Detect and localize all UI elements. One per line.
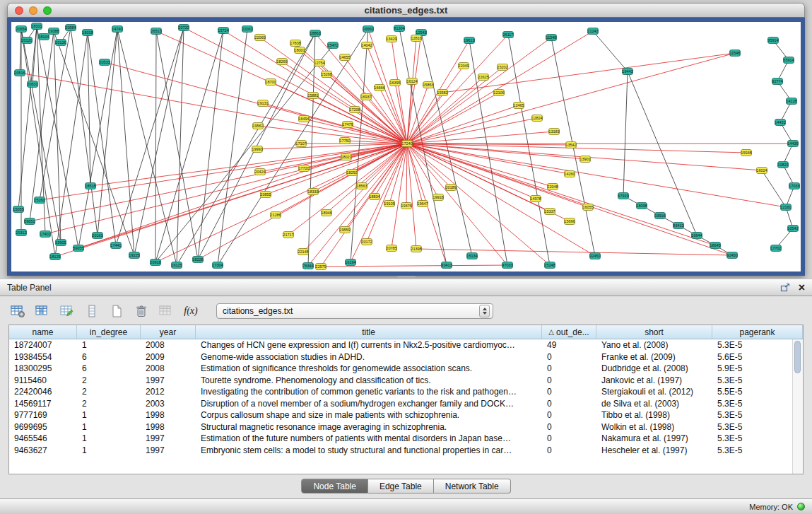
network-node[interactable]: 17402: [40, 231, 50, 238]
network-node[interactable]: 25260: [34, 197, 45, 204]
network-edge[interactable]: [90, 144, 407, 186]
network-node[interactable]: 23202: [497, 64, 507, 71]
network-node[interactable]: 20120: [21, 37, 32, 44]
table-row[interactable]: 1830029562008Estimation of significance …: [9, 363, 803, 375]
edit-table-button[interactable]: [58, 303, 76, 320]
network-edge[interactable]: [116, 28, 184, 245]
network-edge[interactable]: [155, 30, 223, 262]
network-node[interactable]: 16124: [406, 78, 417, 85]
new-table-button[interactable]: [107, 303, 126, 320]
network-node[interactable]: 18292: [346, 170, 357, 176]
network-edge[interactable]: [407, 35, 508, 144]
network-node[interactable]: 20631: [27, 81, 37, 88]
column-header-in_degree[interactable]: in_degree: [77, 325, 141, 339]
network-node[interactable]: 18563: [356, 183, 367, 189]
network-node[interactable]: 12824: [531, 115, 542, 122]
network-node[interactable]: 59051: [24, 218, 35, 225]
network-edge[interactable]: [282, 62, 407, 144]
network-node[interactable]: 18946: [321, 210, 331, 216]
network-node[interactable]: 19993: [252, 146, 262, 153]
network-node[interactable]: 16660: [363, 26, 373, 33]
network-node[interactable]: 22148: [298, 249, 308, 255]
network-edge[interactable]: [348, 124, 407, 144]
network-edge[interactable]: [508, 35, 550, 265]
network-node[interactable]: 12465: [513, 103, 524, 109]
network-node[interactable]: 14431: [775, 119, 785, 126]
network-edge[interactable]: [407, 37, 551, 144]
network-node[interactable]: 22062: [242, 26, 252, 33]
tab-node-table[interactable]: Node Table: [301, 479, 368, 493]
table-row[interactable]: 2242004622012Investigating the contribut…: [9, 386, 803, 398]
network-node[interactable]: 20126: [55, 40, 66, 46]
network-node[interactable]: 18645: [710, 243, 720, 249]
network-node[interactable]: 81304: [394, 25, 404, 32]
import-table-button[interactable]: [157, 303, 175, 320]
table-source-dropdown[interactable]: citations_edges.txt: [216, 303, 493, 319]
network-edge[interactable]: [442, 53, 735, 93]
network-node[interactable]: 15938: [741, 150, 751, 156]
network-node[interactable]: 22065: [254, 35, 265, 41]
network-node[interactable]: 17720: [298, 165, 309, 172]
network-node[interactable]: 16125: [171, 262, 182, 269]
table-row[interactable]: 911546021997Tourette syndrome. Phenomeno…: [9, 375, 803, 387]
network-node[interactable]: 76344: [302, 263, 313, 269]
network-node[interactable]: 20312: [16, 230, 26, 236]
network-node[interactable]: 12160: [780, 204, 791, 211]
network-node[interactable]: 17240: [401, 141, 412, 147]
network-node[interactable]: 15472: [327, 42, 338, 49]
network-edge[interactable]: [258, 126, 407, 144]
network-node[interactable]: 17304: [212, 262, 223, 269]
network-node[interactable]: 11548: [546, 35, 557, 41]
network-edge[interactable]: [177, 28, 184, 265]
network-edge[interactable]: [303, 144, 407, 252]
network-edge[interactable]: [407, 105, 519, 144]
network-node[interactable]: 93916: [654, 213, 665, 219]
network-edge[interactable]: [156, 31, 198, 259]
network-edge[interactable]: [407, 118, 537, 144]
network-node[interactable]: 17702: [770, 245, 781, 252]
network-node[interactable]: 16395: [389, 80, 400, 86]
column-header-title[interactable]: title: [196, 325, 542, 339]
network-node[interactable]: 20516: [14, 70, 25, 76]
network-node[interactable]: 19559: [339, 227, 350, 233]
network-node[interactable]: 12816: [411, 35, 421, 42]
network-node[interactable]: 18834: [369, 194, 379, 200]
network-edge[interactable]: [407, 144, 786, 207]
network-node[interactable]: 14978: [530, 196, 541, 202]
table-row[interactable]: 1456911722003Disruption of a novel membe…: [9, 398, 803, 410]
network-node[interactable]: 19225: [129, 252, 139, 259]
network-node[interactable]: 14260: [564, 171, 575, 177]
network-edge[interactable]: [406, 144, 407, 206]
table-settings-button[interactable]: [8, 303, 27, 320]
network-node[interactable]: 18001: [294, 47, 305, 54]
network-node[interactable]: 92450: [726, 252, 737, 259]
network-node[interactable]: 18700: [265, 79, 276, 86]
table-row[interactable]: 1938455462009Genome-wide association stu…: [9, 351, 803, 363]
network-node[interactable]: 15337: [544, 209, 555, 215]
network-node[interactable]: 17208: [349, 107, 360, 113]
network-node[interactable]: 11548: [730, 50, 741, 57]
scrollbar-thumb[interactable]: [794, 341, 801, 373]
network-node[interactable]: 21243: [587, 28, 598, 35]
network-node[interactable]: 18104: [38, 34, 49, 40]
network-node[interactable]: 15055: [13, 206, 23, 213]
network-node[interactable]: 13183: [548, 129, 559, 135]
network-node[interactable]: 18228: [192, 257, 203, 263]
select-columns-button[interactable]: [33, 303, 52, 320]
network-node[interactable]: 18333: [307, 189, 318, 195]
network-node[interactable]: 18269: [276, 59, 287, 65]
network-node[interactable]: 16024: [756, 168, 767, 174]
network-edge[interactable]: [407, 144, 416, 249]
network-node[interactable]: 17441: [110, 243, 121, 249]
network-node[interactable]: 16937: [360, 94, 371, 100]
table-row[interactable]: 969969511998Structural magnetic resonanc…: [9, 421, 803, 433]
network-edge[interactable]: [260, 37, 407, 144]
tab-edge-table[interactable]: Edge Table: [368, 479, 434, 493]
network-node[interactable]: 20172: [361, 239, 372, 245]
network-node[interactable]: 12754: [314, 60, 324, 66]
network-node[interactable]: 15582: [437, 90, 447, 96]
network-edge[interactable]: [407, 53, 735, 144]
network-node[interactable]: 15905: [55, 240, 66, 246]
network-node[interactable]: 92774: [772, 78, 782, 85]
network-node[interactable]: 20424: [254, 169, 265, 175]
